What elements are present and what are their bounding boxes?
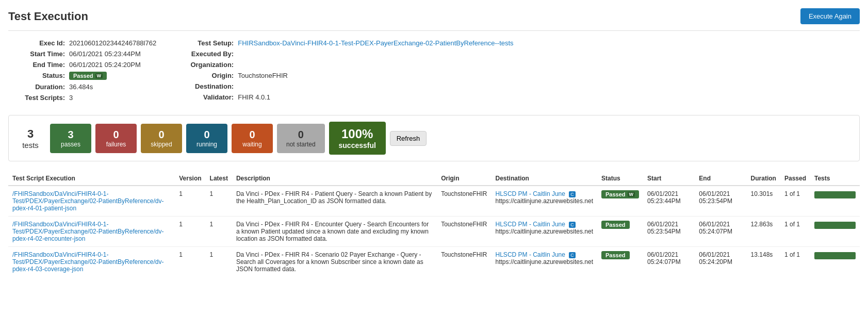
origin-label: Origin: <box>177 72 234 79</box>
not-started-count: 0 <box>298 129 304 141</box>
cell-script: /FHIRSandbox/DaVinci/FHIR4-0-1-Test/PDEX… <box>8 186 175 217</box>
progress-bar <box>814 222 856 229</box>
copy-icon[interactable]: C <box>569 222 576 228</box>
col-status: Status <box>597 172 643 186</box>
stat-passes: 3 passes <box>50 124 91 153</box>
start-time-label: Start Time: <box>8 50 65 58</box>
destination-link[interactable]: HLSCD PM - Caitlin June <box>496 251 565 258</box>
stat-waiting: 0 waiting <box>232 124 273 153</box>
status-badge: Passed <box>601 251 630 259</box>
execute-again-button[interactable]: Execute Again <box>800 8 860 24</box>
destination-url: https://caitlinjune.azurewebsites.net <box>496 258 593 265</box>
destination-label: Destination: <box>177 82 234 90</box>
page-title: Test Execution <box>8 10 88 23</box>
executed-by-row: Executed By: <box>177 50 860 58</box>
end-time-value: 06/01/2021 05:24:20PM <box>69 61 141 69</box>
destination-link[interactable]: HLSCD PM - Caitlin June <box>496 221 565 228</box>
cell-description: Da Vinci - PDex - FHIR R4 - Patient Quer… <box>232 186 437 217</box>
refresh-button[interactable]: Refresh <box>390 131 427 146</box>
cell-status: Passed <box>597 217 643 247</box>
stat-failures: 0 failures <box>95 124 137 153</box>
stat-skipped: 0 skipped <box>141 124 182 153</box>
col-latest: Latest <box>206 172 232 186</box>
running-count: 0 <box>204 129 209 141</box>
cell-latest: 1 <box>206 247 232 277</box>
duration-row: Duration: 36.484s <box>8 83 156 91</box>
passes-count: 3 <box>68 129 73 141</box>
test-scripts-label: Test Scripts: <box>8 94 65 102</box>
stats-row: 3 tests 3 passes 0 failures 0 skipped 0 … <box>8 115 860 161</box>
col-tests: Tests <box>810 172 860 186</box>
cell-start: 06/01/2021 05:23:44PM <box>643 186 695 217</box>
exec-info-section: Exec Id: 20210601202344246788l762 Start … <box>8 39 860 105</box>
exec-info-left: Exec Id: 20210601202344246788l762 Start … <box>8 39 156 105</box>
validator-value: FHIR 4.0.1 <box>238 93 270 101</box>
cell-end: 06/01/2021 05:24:20PM <box>695 247 746 277</box>
status-row: Status: Passed W <box>8 72 156 80</box>
page-header: Test Execution Execute Again <box>8 8 860 31</box>
cell-latest: 1 <box>206 186 232 217</box>
col-destination: Destination <box>492 172 597 186</box>
cell-script: /FHIRSandbox/DaVinci/FHIR4-0-1-Test/PDEX… <box>8 247 175 277</box>
table-row: /FHIRSandbox/DaVinci/FHIR4-0-1-Test/PDEX… <box>8 186 860 217</box>
cell-latest: 1 <box>206 217 232 247</box>
cell-tests <box>810 186 860 217</box>
executed-by-label: Executed By: <box>177 50 234 58</box>
script-link[interactable]: /FHIRSandbox/DaVinci/FHIR4-0-1-Test/PDEX… <box>12 221 163 242</box>
passes-label: passes <box>61 141 80 148</box>
col-end: End <box>695 172 746 186</box>
total-label: tests <box>15 141 46 150</box>
duration-label: Duration: <box>8 83 65 91</box>
start-time-row: Start Time: 06/01/2021 05:23:44PM <box>8 50 156 58</box>
cell-description: Da Vinci - PDex - FHIR R4 - Encounter Qu… <box>232 217 437 247</box>
progress-bar <box>814 252 856 259</box>
exec-id-row: Exec Id: 20210601202344246788l762 <box>8 39 156 47</box>
col-origin: Origin <box>437 172 491 186</box>
cell-destination: HLSCD PM - Caitlin June C https://caitli… <box>492 247 597 277</box>
not-started-label: not started <box>286 141 316 148</box>
end-time-row: End Time: 06/01/2021 05:24:20PM <box>8 61 156 69</box>
origin-value: TouchstoneFHIR <box>238 72 288 79</box>
col-script: Test Script Execution <box>8 172 175 186</box>
table-section: Test Script Execution Version Latest Des… <box>8 172 860 277</box>
script-link[interactable]: /FHIRSandbox/DaVinci/FHIR4-0-1-Test/PDEX… <box>12 190 163 212</box>
cell-description: Da Vinci - PDex - FHIR R4 - Scenario 02 … <box>232 247 437 277</box>
test-setup-value: FHIRSandbox-DaVinci-FHIR4-0-1-Test-PDEX-… <box>238 39 513 47</box>
cell-passed: 1 of 1 <box>780 217 810 247</box>
status-value: Passed W <box>69 72 107 80</box>
col-start: Start <box>643 172 695 186</box>
cell-script: /FHIRSandbox/DaVinci/FHIR4-0-1-Test/PDEX… <box>8 217 175 247</box>
test-scripts-value: 3 <box>69 94 73 102</box>
test-setup-label: Test Setup: <box>177 39 234 47</box>
start-time-value: 06/01/2021 05:23:44PM <box>69 50 141 58</box>
cell-destination: HLSCD PM - Caitlin June C https://caitli… <box>492 186 597 217</box>
cell-duration: 12.863s <box>747 217 780 247</box>
cell-destination: HLSCD PM - Caitlin June C https://caitli… <box>492 217 597 247</box>
organization-label: Organization: <box>177 61 234 69</box>
success-pct: 100% <box>338 127 376 141</box>
running-label: running <box>196 141 217 148</box>
cell-origin: TouchstoneFHIR <box>437 217 491 247</box>
test-setup-link[interactable]: FHIRSandbox-DaVinci-FHIR4-0-1-Test-PDEX-… <box>238 39 513 47</box>
cell-tests <box>810 217 860 247</box>
validator-row: Validator: FHIR 4.0.1 <box>177 93 860 101</box>
destination-url: https://caitlinjune.azurewebsites.net <box>496 197 593 205</box>
table-row: /FHIRSandbox/DaVinci/FHIR4-0-1-Test/PDEX… <box>8 247 860 277</box>
destination-link[interactable]: HLSCD PM - Caitlin June <box>496 190 565 197</box>
duration-value: 36.484s <box>69 83 93 91</box>
cell-end: 06/01/2021 05:24:07PM <box>695 217 746 247</box>
total-count: 3 <box>15 127 46 141</box>
status-badge: Passed <box>601 221 630 229</box>
status-badge: Passed W <box>69 72 107 80</box>
exec-id-value: 20210601202344246788l762 <box>69 39 156 47</box>
failures-count: 0 <box>113 129 119 141</box>
test-scripts-row: Test Scripts: 3 <box>8 94 156 102</box>
script-link[interactable]: /FHIRSandbox/DaVinci/FHIR4-0-1-Test/PDEX… <box>12 251 163 273</box>
copy-icon[interactable]: C <box>569 191 576 197</box>
cell-duration: 13.148s <box>747 247 780 277</box>
cell-status: Passed <box>597 247 643 277</box>
stat-running: 0 running <box>186 124 227 153</box>
table-row: /FHIRSandbox/DaVinci/FHIR4-0-1-Test/PDEX… <box>8 217 860 247</box>
cell-passed: 1 of 1 <box>780 247 810 277</box>
copy-icon[interactable]: C <box>569 252 576 258</box>
